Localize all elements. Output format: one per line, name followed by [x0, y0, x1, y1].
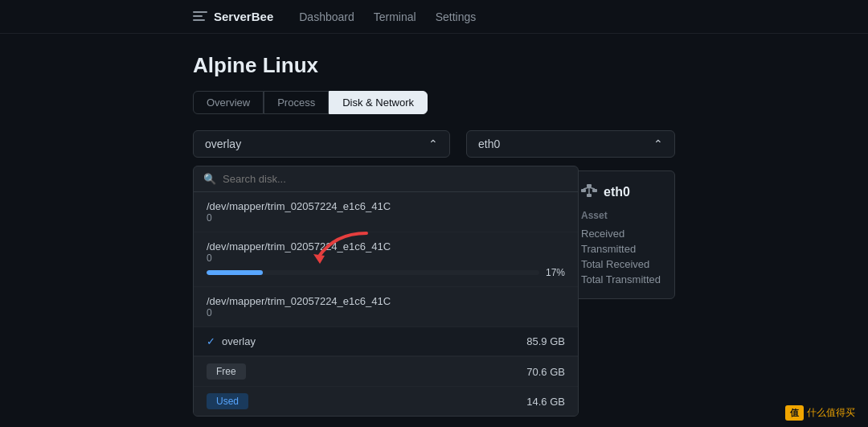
- network-stats: Asset Received Transmitted Total Receive…: [581, 210, 661, 285]
- disk-search-input[interactable]: [223, 173, 568, 185]
- disk-item-3[interactable]: /dev/mapper/trim_02057224_e1c6_41C 0: [194, 287, 578, 327]
- disk-item-3-name: /dev/mapper/trim_02057224_e1c6_41C: [207, 295, 565, 307]
- received-label: Received: [581, 228, 624, 240]
- watermark-text: 什么值得买: [807, 406, 855, 420]
- page-title: Alpine Linux: [193, 53, 675, 78]
- brand-name: ServerBee: [214, 10, 273, 23]
- brand-icon: [193, 11, 207, 23]
- total-transmitted-row: Total Transmitted: [581, 273, 661, 285]
- disk-item-1-sub: 0: [207, 212, 565, 224]
- search-icon: 🔍: [203, 173, 216, 185]
- content-area: overlay ⌃ 🔍 /dev/mapper/trim_0: [193, 130, 675, 299]
- free-value: 70.6 GB: [526, 366, 565, 378]
- brand: ServerBee: [193, 10, 273, 23]
- disk-item-1-name: /dev/mapper/trim_02057224_e1c6_41C: [207, 200, 565, 212]
- svg-rect-0: [193, 11, 207, 13]
- total-received-row: Total Received: [581, 258, 661, 270]
- asset-label: Asset: [581, 210, 661, 221]
- transmitted-row: Transmitted: [581, 243, 661, 255]
- network-selected-value: eth0: [478, 138, 500, 150]
- watermark: 值 什么值得买: [785, 405, 855, 421]
- total-received-label: Total Received: [581, 258, 649, 270]
- svg-rect-7: [581, 189, 586, 192]
- tabs: Overview Process Disk & Network: [193, 91, 675, 114]
- svg-rect-1: [193, 15, 203, 17]
- svg-rect-9: [592, 189, 597, 192]
- svg-rect-8: [587, 194, 592, 197]
- disk-item-1[interactable]: /dev/mapper/trim_02057224_e1c6_41C 0: [194, 192, 578, 232]
- search-box: 🔍: [194, 166, 578, 192]
- total-transmitted-label: Total Transmitted: [581, 273, 661, 285]
- chevron-icon: ⌃: [428, 138, 438, 150]
- svg-rect-6: [587, 184, 592, 187]
- disk-section: overlay ⌃ 🔍 /dev/mapper/trim_0: [193, 130, 450, 158]
- svg-line-12: [589, 187, 595, 189]
- disk-item-overlay-name: overlay: [222, 335, 520, 347]
- free-badge: Free: [207, 363, 246, 380]
- nav-links: Dashboard Terminal Settings: [299, 10, 476, 23]
- nav-settings[interactable]: Settings: [436, 10, 477, 23]
- check-icon: ✓: [207, 335, 215, 347]
- disk-item-2[interactable]: /dev/mapper/trim_02057224_e1c6_41C 0 17%: [194, 232, 578, 287]
- tab-disk-network[interactable]: Disk & Network: [329, 91, 428, 114]
- disk-item-2-sub: 0: [207, 253, 565, 264]
- nav-dashboard[interactable]: Dashboard: [299, 10, 354, 23]
- network-chevron-icon: ⌃: [653, 138, 663, 150]
- received-row: Received: [581, 228, 661, 240]
- network-interface-name: eth0: [581, 184, 661, 200]
- disk-total: 85.9 GB: [526, 335, 565, 347]
- disk-selected-value: overlay: [205, 138, 241, 150]
- used-badge: Used: [207, 393, 248, 409]
- watermark-logo: 值: [785, 405, 804, 421]
- disk-item-overlay[interactable]: ✓ overlay 85.9 GB: [194, 327, 578, 356]
- svg-line-10: [583, 187, 589, 189]
- navbar: ServerBee Dashboard Terminal Settings: [0, 0, 868, 34]
- disk-item-2-percent: 17%: [546, 267, 565, 278]
- main-content: Alpine Linux Overview Process Disk & Net…: [0, 34, 868, 318]
- tab-process[interactable]: Process: [264, 91, 329, 114]
- nav-terminal[interactable]: Terminal: [374, 10, 416, 23]
- network-icon: [581, 184, 597, 200]
- disk-item-3-sub: 0: [207, 307, 565, 318]
- transmitted-label: Transmitted: [581, 243, 636, 255]
- disk-dropdown-menu: 🔍 /dev/mapper/trim_02057224_e1c6_41C 0 /…: [193, 166, 579, 417]
- tab-overview[interactable]: Overview: [193, 91, 264, 114]
- used-value: 14.6 GB: [526, 396, 565, 408]
- network-dropdown-trigger[interactable]: eth0 ⌃: [466, 130, 675, 158]
- network-info: eth0 Asset Received Transmitted: [581, 184, 661, 285]
- svg-rect-2: [193, 19, 205, 21]
- disk-item-2-name: /dev/mapper/trim_02057224_e1c6_41C: [207, 240, 565, 253]
- disk-dropdown-trigger[interactable]: overlay ⌃: [193, 130, 450, 158]
